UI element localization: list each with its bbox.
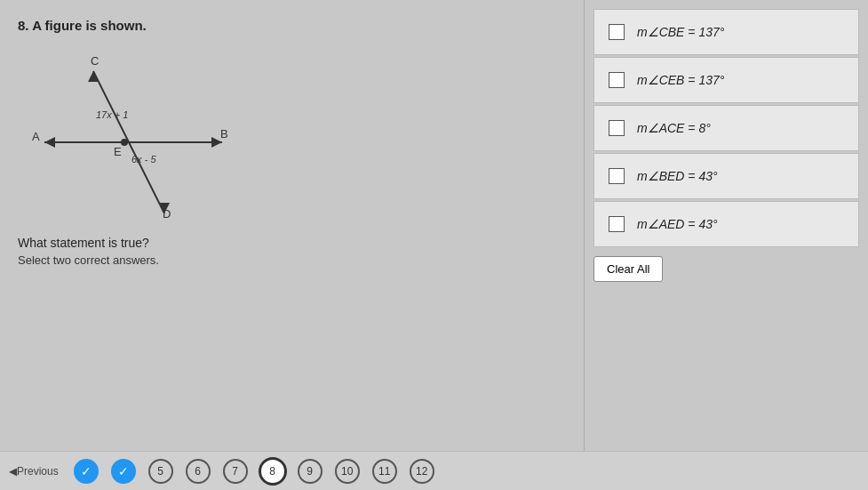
svg-marker-1: [44, 137, 55, 148]
label-b: B: [220, 127, 228, 141]
nav-item-10[interactable]: 10: [330, 457, 364, 486]
figure-area: C A B E D 17x + 1 6x - 5: [18, 40, 267, 227]
geometry-figure: C A B E D 17x + 1 6x - 5: [18, 40, 267, 227]
nav-item-8[interactable]: 8: [256, 457, 290, 486]
answer-option-1[interactable]: m∠CBE = 137°: [593, 9, 859, 55]
previous-button[interactable]: ◀ Previous: [9, 465, 59, 478]
left-panel: 8. A figure is shown.: [0, 0, 584, 490]
question-number: 8. A figure is shown.: [18, 18, 566, 33]
nav-circle-12[interactable]: 12: [410, 459, 434, 484]
previous-arrow: ◀: [9, 465, 17, 478]
label-e: E: [114, 145, 122, 158]
answer-label-2: m∠CEB = 137°: [637, 73, 724, 87]
svg-marker-5: [88, 71, 99, 82]
expr2: 6x - 5: [131, 154, 156, 165]
expr1: 17x + 1: [96, 109, 128, 120]
answer-option-2[interactable]: m∠CEB = 137°: [593, 57, 859, 103]
nav-circle-8[interactable]: 8: [259, 457, 287, 486]
answer-option-4[interactable]: m∠BED = 43°: [593, 153, 859, 199]
label-c: C: [91, 54, 99, 68]
nav-item-7[interactable]: 7: [219, 457, 252, 486]
answer-option-5[interactable]: m∠AED = 43°: [593, 201, 859, 247]
checkbox-3[interactable]: [609, 120, 625, 136]
nav-item-4[interactable]: 4: [107, 457, 140, 486]
nav-circle-10[interactable]: 10: [335, 459, 360, 484]
nav-circle-7[interactable]: 7: [223, 459, 248, 484]
checkbox-5[interactable]: [609, 216, 625, 232]
previous-label: Previous: [17, 465, 59, 478]
bottom-nav: ◀ Previous 3 4 5 6 7 8 9: [0, 451, 868, 490]
right-panel: m∠CBE = 137° m∠CEB = 137° m∠ACE = 8° m∠B…: [584, 0, 868, 490]
nav-circle-5[interactable]: 5: [148, 459, 173, 484]
answer-label-4: m∠BED = 43°: [637, 169, 718, 183]
nav-item-5[interactable]: 5: [144, 457, 178, 486]
checkbox-1[interactable]: [609, 24, 625, 40]
nav-circle-11[interactable]: 11: [372, 459, 397, 484]
label-d: D: [163, 207, 171, 221]
answer-label-1: m∠CBE = 137°: [637, 25, 724, 39]
checkbox-2[interactable]: [609, 72, 625, 88]
nav-item-6[interactable]: 6: [181, 457, 215, 486]
nav-item-3[interactable]: 3: [69, 457, 103, 486]
clear-all-button[interactable]: Clear All: [593, 256, 663, 282]
label-a: A: [32, 130, 40, 143]
nav-circle-6[interactable]: 6: [186, 459, 211, 484]
q-number: 8.: [18, 18, 29, 33]
nav-item-11[interactable]: 11: [368, 457, 402, 486]
answer-label-3: m∠ACE = 8°: [637, 121, 711, 135]
main-container: 8. A figure is shown.: [0, 0, 868, 490]
nav-circle-3[interactable]: 3: [74, 459, 99, 484]
answer-label-5: m∠AED = 43°: [637, 217, 718, 231]
q-intro: A figure is shown.: [32, 18, 147, 33]
answer-option-3[interactable]: m∠ACE = 8°: [593, 105, 859, 151]
question-text: What statement is true?: [18, 236, 566, 250]
nav-item-12[interactable]: 12: [405, 457, 439, 486]
nav-item-9[interactable]: 9: [293, 457, 327, 486]
nav-circle-9[interactable]: 9: [298, 459, 323, 484]
checkbox-4[interactable]: [609, 168, 625, 184]
question-sub: Select two correct answers.: [18, 253, 566, 267]
nav-circle-4[interactable]: 4: [111, 459, 136, 484]
